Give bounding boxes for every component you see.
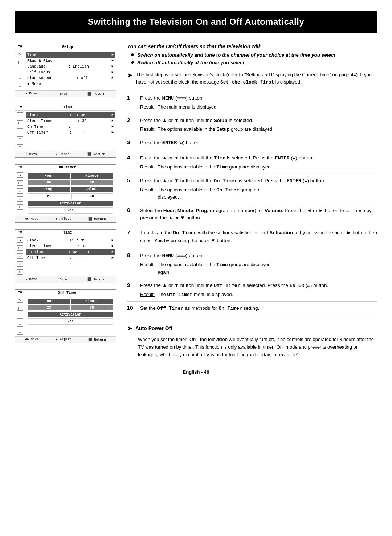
screen4-header: TV Time [15,230,116,236]
timer5-minute-label: Minute [71,299,113,304]
screen5-title: Off Timer [58,291,77,295]
screen3-content: Hour Minute 06 30 Prog. Volume P1 10 Act… [25,171,116,216]
right-column: You can set the On/Off timers so that th… [127,44,377,358]
screen1-body: TV ||| ♪ ▭ ⚙ Time ► Plug & Play ► [15,50,116,90]
menu4-sleep-value: : 30 [77,244,86,248]
menu-clock-row: Clock : 11 : 35 ► [26,112,115,118]
menu4-offtimer-row: Off Timer : -- : -- ► [27,255,114,261]
footer3-move: ◄► Move [25,217,38,221]
menu-lang-row: Language : English ► [27,64,114,69]
icon-screen: ▭ [17,76,23,81]
screen3-header: TV On Timer [15,165,116,171]
menu-sleep-value: : 30 [77,119,86,123]
screen4-footer: ⬧ Move ↵ Enter ⬛ Return [15,276,116,283]
step-7-text: To activate the On Timer with the settin… [140,229,377,244]
result-9-label: Result: [140,291,155,299]
step-5-text: Press the ▲ or ▼ button until the On Tim… [140,177,377,185]
result-2-label: Result: [140,126,155,133]
screen1-tv-label: TV [18,45,22,49]
footer2-move: ⬧ Move [25,152,37,156]
note-text: The first step is to set the television'… [136,71,377,86]
icon2-sound: ♪ [17,128,23,133]
intro-section: You can set the On/Off timers so that th… [127,44,377,65]
auto-power-title: Auto Power Off [135,325,172,331]
result-8-label: Result: [140,261,155,276]
timer5-hour-value: 23 [28,305,70,310]
step-1-num: 1 [127,94,135,111]
step-7-num: 7 [127,229,135,246]
step-1: 1 Press the MENU (▭▭▭) button. Result: T… [127,92,377,114]
page-title: Switching the Television On and Off Auto… [23,17,369,27]
step-5-content: Press the ▲ or ▼ button until the On Tim… [140,177,377,201]
screen5-header: TV Off Timer [15,290,116,296]
result-2-text: The options available in the Setup group… [158,126,273,133]
step-8-result: Result: The options available in the Tim… [140,261,377,276]
screen4-title: Time [63,231,72,235]
icon-grid: ||| [17,60,23,65]
screen2-tv-label: TV [18,105,22,109]
menu-lang-arrow: ► [112,65,114,68]
menu-offtimer-value: : -- : -- [69,130,90,135]
yes-value: Yes [28,207,113,214]
step-2-content: Press the ▲ or ▼ button until the Setup … [140,117,377,133]
icon-settings: ⚙ [17,84,23,89]
timer-hour-label: Hour [28,173,70,179]
step-6-num: 6 [127,207,135,223]
screen4-body: TV ||| ♪ ▭ ⚙ Clock : 11 : 35 ► Sleep Tim… [15,236,116,276]
timer-minute-value: 30 [71,180,113,185]
timer-vol-value: 10 [71,193,113,199]
footer4-enter: ↵ Enter [56,277,69,281]
menu4-sleep-arrow: ► [112,244,114,248]
screen3-title: On Timer [59,166,76,170]
menu4-offtimer-label: Off Timer [27,256,48,260]
footer5-return: ⬛ Return [88,338,106,342]
result-4-label: Result: [140,163,155,171]
menu-blue-row: Blue Screen : Off ► [27,75,114,81]
step-9-content: Press the ▲ or ▼ button until the Off Ti… [140,282,377,299]
icon3-sound: ♪ [17,188,23,194]
screen3-icons: TV ||| ♪ ▭ ⚙ [15,171,25,216]
menu-self-row: Self Focus ► [27,69,114,75]
icon4-grid: ||| [17,245,23,251]
menu-blue-value: : Off [76,76,88,80]
menu4-clock-value: : 11 : 35 [65,238,86,243]
menu4-sleep-label: Sleep Timer [27,244,52,248]
menu4-ontimer-row: On Timer : 06 : 30 ► [26,249,115,255]
footer5-move: ◄► Move [25,338,38,342]
result-9-text: The Off Timer menu is displayed. [158,291,233,299]
menu-blue-arrow: ► [112,76,114,80]
timer-hour-value: 06 [28,180,70,185]
step-2-result: Result: The options available in the Set… [140,126,377,133]
menu4-offtimer-arrow: ► [112,256,114,260]
step-2-text: Press the ▲ or ▼ button until the Setup … [140,117,377,124]
activation-label: Activation [28,201,113,206]
menu-time-row: Time ► [26,52,115,58]
menu-offtimer-row: Off Timer : -- : -- ► [27,130,114,135]
icon5-tv: TV [17,298,23,303]
timer-header-grid: Hour Minute 06 30 [28,173,113,185]
step-6-content: Select the Hour, Minute, Prog. (programm… [140,207,377,223]
menu4-sleep-row: Sleep Timer : 30 ► [27,243,114,249]
auto-power-header: ➤ Auto Power Off [127,324,377,332]
icon3-tv: TV [17,172,23,178]
step-8-content: Press the MENU (▭▭▭) button. Result: The… [140,252,377,276]
yes5-value: Yes [28,318,113,325]
step-3-num: 3 [127,139,135,148]
step-9-num: 9 [127,282,135,299]
icon4-sound: ♪ [17,253,23,259]
footer4-move: ⬧ Move [25,277,37,281]
result-5-text: The options available in the On Timer gr… [158,186,261,201]
footer-return: ⬛ Return [87,92,105,96]
menu-lang-sep: : English [68,64,89,69]
menu-time-arrow: ► [112,53,114,57]
menu-clock-value: : 11 : 35 [65,113,86,117]
screen4-tv-label: TV [18,231,22,235]
menu-more-row: ▼ More [27,81,114,87]
menu-sleep-row: Sleep Timer : 30 ► [27,118,114,124]
icon4-screen: ▭ [17,261,23,267]
menu-sleep-label: Sleep Timer [27,119,52,123]
note-arrow-icon: ➤ [127,71,132,86]
icon5-screen: ▭ [17,322,23,327]
screen4-menu: Clock : 11 : 35 ► Sleep Timer : 30 ► On … [25,236,116,276]
footer5-adjust: ⬧ Adjust [56,338,71,342]
